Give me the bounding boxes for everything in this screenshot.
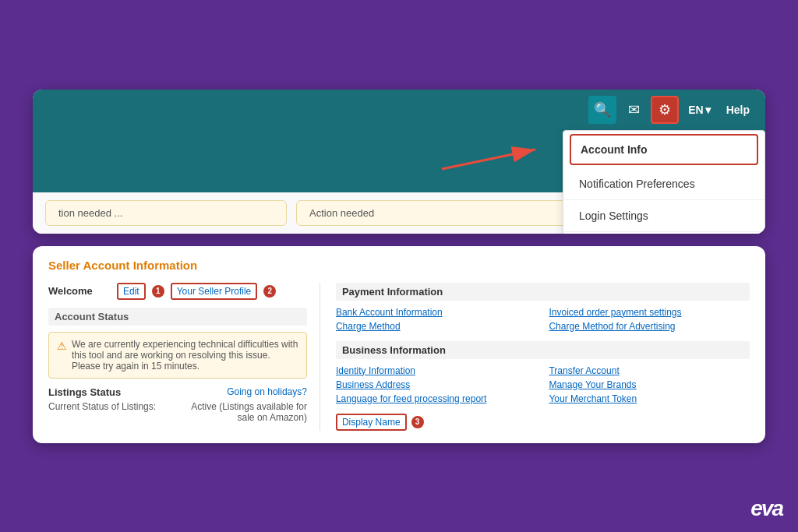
account-dropdown: Account Info Notification Preferences Lo…	[563, 130, 765, 234]
navbar: 🔍 ✉ ⚙ EN ▾ Help Account Info Notificatio…	[33, 90, 765, 130]
display-name-row: Display Name 3	[336, 414, 750, 431]
mail-icon: ✉	[628, 101, 640, 118]
search-button[interactable]: 🔍	[588, 96, 616, 124]
help-link[interactable]: Help	[720, 104, 756, 116]
bank-account-link[interactable]: Bank Account Information	[336, 307, 537, 318]
holidays-link[interactable]: Going on holidays?	[227, 386, 307, 397]
mail-button[interactable]: ✉	[620, 96, 648, 124]
account-status-label: Account Status	[48, 308, 307, 326]
merchant-token-link[interactable]: Your Merchant Token	[549, 393, 750, 404]
right-column: Payment Information Bank Account Informa…	[336, 283, 750, 431]
manage-brands-link[interactable]: Manage Your Brands	[549, 379, 750, 390]
warning-icon: ⚠	[57, 340, 67, 352]
business-section-title: Business Information	[336, 341, 750, 359]
listings-sub-row: Current Status of Listings: Active (List…	[48, 401, 307, 423]
search-icon: 🔍	[594, 101, 611, 118]
dropdown-item-login-settings[interactable]: Login Settings	[563, 200, 764, 232]
svg-line-1	[442, 150, 535, 169]
badge-3: 3	[411, 416, 424, 428]
display-name-button[interactable]: Display Name	[336, 414, 407, 431]
status-warning-box: ⚠ We are currently experiencing technica…	[48, 332, 307, 379]
left-column: Welcome Edit 1 Your Seller Profile 2 Acc…	[48, 283, 320, 431]
dropdown-item-account-info[interactable]: Account Info	[570, 134, 758, 165]
business-links: Identity Information Transfer Account Bu…	[336, 365, 750, 404]
edit-button[interactable]: Edit	[117, 283, 146, 300]
badge-2: 2	[263, 285, 276, 298]
listings-status-row: Listings Status Going on holidays?	[48, 386, 307, 398]
transfer-account-link[interactable]: Transfer Account	[549, 365, 750, 376]
gear-button[interactable]: ⚙	[651, 96, 679, 124]
action-card-left-text: tion needed	[58, 207, 111, 219]
action-card-left: tion needed ...	[45, 200, 287, 226]
current-listings-value: Active (Listings available for sale on A…	[182, 401, 307, 423]
language-label: EN	[688, 104, 703, 116]
ellipsis: ...	[115, 207, 123, 219]
warning-text: We are currently experiencing technical …	[72, 339, 298, 372]
chevron-down-icon: ▾	[705, 104, 711, 116]
current-listings-label: Current Status of Listings:	[48, 401, 156, 412]
eva-logo: eva	[750, 496, 782, 521]
seller-profile-button[interactable]: Your Seller Profile	[171, 283, 258, 300]
invoiced-order-link[interactable]: Invoiced order payment settings	[549, 307, 750, 318]
welcome-label: Welcome	[48, 285, 111, 297]
charge-method-advertising-link[interactable]: Charge Method for Advertising	[549, 321, 750, 332]
badge-1: 1	[152, 285, 164, 298]
arrow-indicator	[434, 138, 559, 177]
charge-method-link[interactable]: Charge Method	[336, 321, 537, 332]
language-feed-link[interactable]: Language for feed processing report	[336, 393, 537, 404]
seller-body: Welcome Edit 1 Your Seller Profile 2 Acc…	[48, 283, 750, 431]
dropdown-item-gift-options[interactable]: Gift Options	[563, 232, 764, 234]
seller-account-title: Seller Account Information	[48, 259, 750, 272]
top-panel: 🔍 ✉ ⚙ EN ▾ Help Account Info Notificatio…	[33, 90, 765, 234]
dropdown-item-notification-prefs[interactable]: Notification Preferences	[563, 168, 764, 200]
listings-label: Listings Status	[48, 386, 121, 398]
welcome-row: Welcome Edit 1 Your Seller Profile 2	[48, 283, 307, 300]
payment-section-title: Payment Information	[336, 283, 750, 301]
language-selector[interactable]: EN ▾	[682, 104, 716, 116]
gear-icon: ⚙	[659, 101, 671, 118]
identity-info-link[interactable]: Identity Information	[336, 365, 537, 376]
business-address-link[interactable]: Business Address	[336, 379, 537, 390]
action-card-right-text: Action needed	[309, 207, 374, 219]
bottom-panel: Seller Account Information Welcome Edit …	[33, 246, 765, 443]
payment-links: Bank Account Information Invoiced order …	[336, 307, 750, 332]
